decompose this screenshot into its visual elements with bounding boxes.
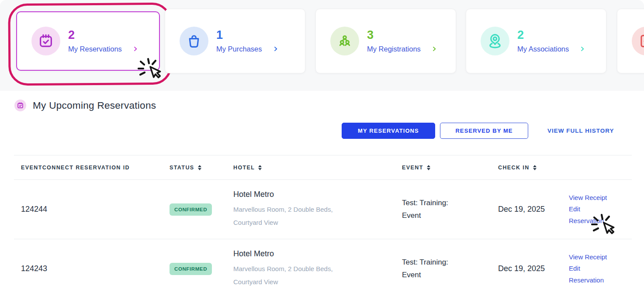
table-header-row: EVENTCONNECT RESERVATION ID STATUS HOTEL… [14,155,632,180]
chevron-right-icon [431,46,437,52]
table-row: 124244 CONFIRMED Hotel Metro Marvellous … [14,180,632,239]
hotel-room-details: Marvellous Room, 2 Double Beds, Courtyar… [233,262,356,288]
column-header-hotel[interactable]: HOTEL [233,165,402,171]
card-my-purchases[interactable]: 1 My Purchases [165,9,305,73]
hotel-name: Hotel Metro [233,190,402,199]
check-in-date: Dec 19, 2025 [498,264,569,273]
column-header-status[interactable]: STATUS [170,165,233,171]
status-badge: CONFIRMED [170,263,212,275]
reservation-id: 124243 [14,264,170,273]
associations-label: My Associations [517,45,569,53]
hotel-room-details: Marvellous Room, 2 Double Beds, Courtyar… [233,203,356,229]
calendar-check-icon [31,27,60,55]
column-header-event[interactable]: EVENT [402,165,498,171]
registrations-label: My Registrations [367,45,421,53]
column-header-reservation-id: EVENTCONNECT RESERVATION ID [14,165,170,171]
column-header-check-in[interactable]: CHECK IN [498,165,569,171]
associations-count: 2 [517,29,585,41]
card-my-registrations[interactable]: 3 My Registrations [315,9,456,73]
hotel-name: Hotel Metro [233,249,402,258]
chevron-right-icon [132,46,138,52]
reservations-table: EVENTCONNECT RESERVATION ID STATUS HOTEL… [14,155,632,296]
team-icon [330,27,359,55]
dashboard-page: 2 My Reservations 1 My Purchases [0,0,644,296]
edit-reservation-link[interactable]: Edit Reservation [569,263,613,286]
card-my-reservations[interactable]: 2 My Reservations [16,11,160,71]
card-my-associations[interactable]: 2 My Associations [466,9,606,73]
chevron-right-icon [273,46,279,52]
location-pin-icon [481,27,509,55]
purchases-label: My Purchases [216,45,262,53]
calendar-check-icon [14,100,26,111]
view-receipt-link[interactable]: View Receipt [569,192,613,203]
status-badge: CONFIRMED [170,203,212,216]
table-row: 124243 CONFIRMED Hotel Metro Marvellous … [14,239,632,296]
view-full-history-link[interactable]: VIEW FULL HISTORY [547,127,614,134]
sort-icon [427,165,430,170]
edit-reservation-link[interactable]: Edit Reservation [569,203,613,227]
check-in-date: Dec 19, 2025 [498,205,569,214]
my-reservations-tab-button[interactable]: MY RESERVATIONS [342,123,435,139]
event-name: Test: Training: Event [402,197,457,221]
reservation-id: 124244 [14,205,170,214]
sort-icon [533,165,537,170]
sort-icon [258,165,262,170]
sort-icon [198,165,201,170]
view-receipt-link[interactable]: View Receipt [569,251,613,263]
page-title: My Upcoming Reservations [33,100,156,111]
document-check-icon [632,27,644,55]
shopping-bag-icon [180,27,208,55]
purchases-count: 1 [216,29,279,41]
event-name: Test: Training: Event [402,256,457,281]
reservations-label: My Reservations [68,45,122,53]
chevron-right-icon [579,46,585,52]
card-partial-right[interactable] [617,9,644,73]
registrations-count: 3 [367,29,437,41]
reservations-count: 2 [68,29,138,41]
reserved-by-me-tab-button[interactable]: RESERVED BY ME [440,123,528,139]
